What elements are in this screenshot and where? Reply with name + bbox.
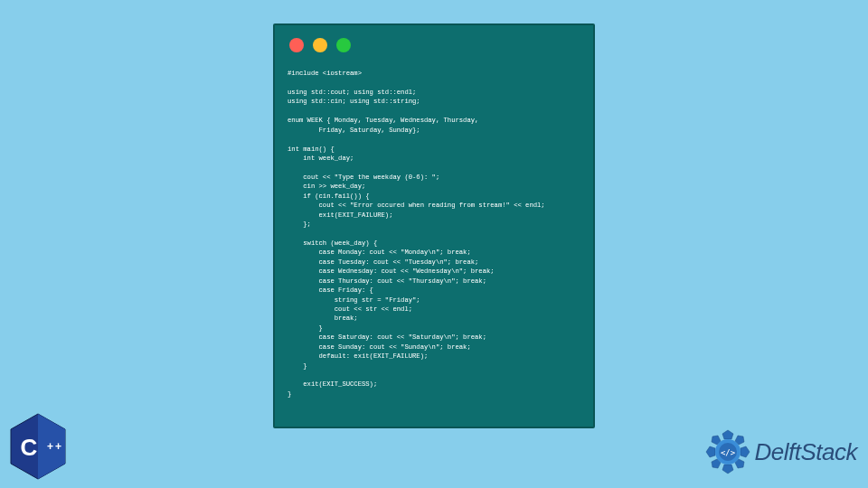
code-content: #include <iostream> using std::cout; usi… xyxy=(288,69,580,399)
svg-marker-8 xyxy=(741,446,750,457)
delftstack-label: DelftStack xyxy=(755,438,858,466)
cpp-logo-icon: C + + xyxy=(7,412,69,481)
window-controls xyxy=(289,38,580,52)
svg-text:+: + xyxy=(55,440,61,453)
code-window: #include <iostream> using std::cout; usi… xyxy=(273,23,595,428)
svg-text:C: C xyxy=(21,434,38,461)
close-icon[interactable] xyxy=(289,38,304,52)
delftstack-logo: </> DelftStack xyxy=(704,428,858,475)
gear-icon: </> xyxy=(704,428,751,475)
svg-marker-6 xyxy=(722,465,733,474)
maximize-icon[interactable] xyxy=(336,38,351,52)
minimize-icon[interactable] xyxy=(313,38,327,52)
svg-marker-5 xyxy=(722,430,733,439)
svg-text:+: + xyxy=(47,440,53,453)
svg-text:</>: </> xyxy=(720,448,735,457)
svg-marker-7 xyxy=(706,446,715,457)
